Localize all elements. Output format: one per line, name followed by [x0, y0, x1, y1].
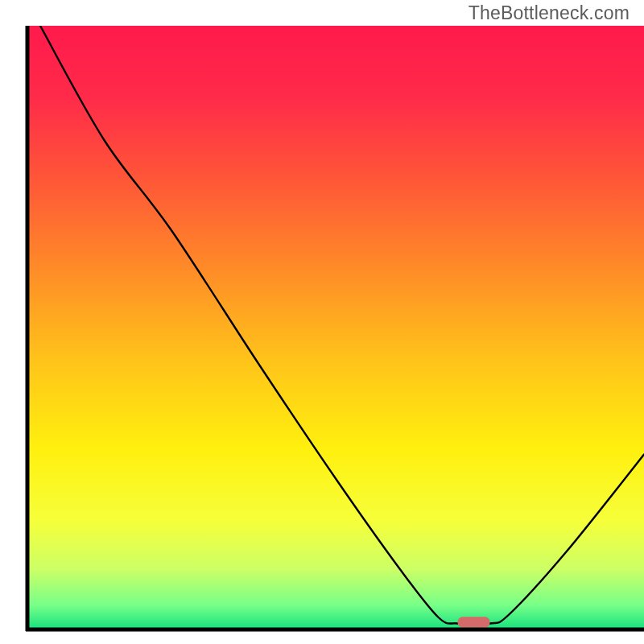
gradient-background: [27, 26, 644, 630]
bottleneck-chart: TheBottleneck.com: [0, 0, 644, 644]
optimal-marker: [458, 617, 490, 628]
chart-canvas: [0, 0, 644, 644]
watermark-label: TheBottleneck.com: [469, 2, 630, 24]
